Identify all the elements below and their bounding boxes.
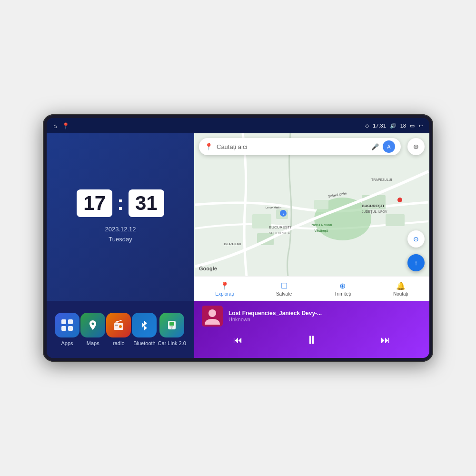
map-search-text: Căutați aici	[217, 143, 367, 150]
svg-text:BUCUREȘTI: BUCUREȘTI	[269, 225, 291, 229]
clock-minutes: 31	[135, 193, 158, 213]
signal-strength: 18	[400, 123, 406, 129]
svg-rect-10	[170, 327, 173, 327]
music-artist: Unknown	[228, 317, 422, 322]
share-label: Trimiteți	[334, 291, 351, 297]
app-item-radio[interactable]: FM radio	[106, 313, 131, 346]
carlink-icon	[159, 313, 184, 337]
svg-rect-2	[61, 326, 66, 331]
music-text: Lost Frequencies_Janieck Devy-... Unknow…	[228, 310, 422, 322]
back-button[interactable]: ↩	[418, 123, 423, 129]
carlink-label: Car Link 2.0	[158, 340, 186, 346]
svg-text:BERCENI: BERCENI	[224, 242, 241, 246]
svg-rect-9	[169, 322, 174, 326]
app-item-carlink[interactable]: Car Link 2.0	[158, 313, 186, 346]
clock-date: 2023.12.12 Tuesday	[105, 225, 136, 245]
status-right: ◇ 17:31 🔊 18 ▭ ↩	[365, 123, 423, 129]
bluetooth-icon	[132, 313, 157, 337]
svg-rect-14	[252, 214, 271, 228]
radio-icon: FM	[106, 313, 131, 337]
news-label: Noutăți	[393, 291, 408, 297]
clock-display: 17 : 31	[77, 189, 164, 217]
clock-hours: 17	[83, 193, 106, 213]
radio-label: radio	[113, 340, 124, 346]
svg-point-11	[171, 328, 172, 329]
map-nav-explore[interactable]: 📍 Explorați	[210, 279, 238, 298]
clock-widget: 17 : 31 2023.12.12 Tuesday	[47, 133, 194, 301]
main-area: 17 : 31 2023.12.12 Tuesday	[47, 133, 429, 358]
bluetooth-label: Bluetooth	[133, 340, 155, 346]
apps-icon	[55, 313, 79, 337]
status-bar: ⌂ 📍 ◇ 17:31 🔊 18 ▭ ↩	[47, 118, 429, 133]
svg-point-31	[397, 198, 402, 202]
svg-text:JUDEȚUL ILFOV: JUDEȚUL ILFOV	[362, 210, 387, 214]
left-panel: 17 : 31 2023.12.12 Tuesday	[47, 133, 194, 358]
svg-text:SECTORUL 4: SECTORUL 4	[269, 231, 290, 235]
signal-icon: ◇	[365, 123, 369, 129]
music-play-pause-button[interactable]: ⏸	[300, 331, 323, 348]
map-location-button[interactable]: ⊙	[407, 230, 425, 248]
app-dock: Apps Maps	[47, 301, 194, 358]
apps-label: Apps	[61, 340, 73, 346]
volume-icon: 🔊	[390, 123, 397, 129]
svg-rect-6	[115, 325, 118, 326]
map-bottom-nav: 📍 Explorați ☐ Salvate ⊕ Trimiteți 🔔 Nout…	[194, 276, 429, 301]
maps-label: Maps	[87, 340, 99, 346]
time-display: 17:31	[373, 123, 386, 129]
svg-point-34	[208, 309, 216, 317]
battery-icon: ▭	[410, 123, 415, 129]
music-prev-button[interactable]: ⏮	[228, 333, 248, 347]
clock-day: Tuesday	[105, 235, 136, 245]
saved-label: Salvate	[276, 291, 292, 297]
explore-label: Explorați	[215, 291, 234, 297]
svg-text:Parcul Natural: Parcul Natural	[311, 223, 332, 227]
app-item-apps[interactable]: Apps	[55, 313, 79, 346]
svg-rect-3	[68, 326, 73, 331]
map-area[interactable]: BUCUREȘTI SECTORUL 4 BUCUREȘTI JUDEȚUL I…	[194, 133, 429, 276]
car-display-device: ⌂ 📍 ◇ 17:31 🔊 18 ▭ ↩ 17	[43, 114, 433, 362]
map-search-bar[interactable]: 📍 Căutați aici 🎤 A	[199, 138, 401, 155]
music-album-image	[202, 306, 223, 327]
user-avatar[interactable]: A	[383, 140, 395, 153]
svg-text:FM: FM	[115, 320, 118, 323]
svg-rect-0	[61, 319, 66, 324]
svg-rect-17	[314, 200, 328, 209]
maps-icon	[80, 313, 105, 337]
clock-separator: :	[117, 193, 124, 213]
map-nav-share[interactable]: ⊕ Trimiteți	[329, 279, 356, 298]
google-logo: Google	[199, 266, 217, 271]
svg-text:●: ●	[282, 212, 284, 215]
clock-minutes-block: 31	[129, 189, 164, 217]
music-album-art	[202, 306, 223, 327]
music-title: Lost Frequencies_Janieck Devy-...	[228, 310, 422, 317]
right-panel: BUCUREȘTI SECTORUL 4 BUCUREȘTI JUDEȚUL I…	[194, 133, 429, 358]
svg-rect-19	[386, 214, 405, 226]
music-info: Lost Frequencies_Janieck Devy-... Unknow…	[202, 306, 422, 327]
svg-text:Leroy Merlin: Leroy Merlin	[266, 206, 281, 209]
map-nav-saved[interactable]: ☐ Salvate	[271, 279, 297, 298]
mic-icon[interactable]: 🎤	[371, 143, 379, 150]
svg-text:BUCUREȘTI: BUCUREȘTI	[362, 204, 384, 208]
explore-icon: 📍	[220, 281, 229, 290]
app-item-bluetooth[interactable]: Bluetooth	[132, 313, 157, 346]
google-maps-logo-icon: 📍	[205, 143, 213, 150]
news-icon: 🔔	[396, 281, 406, 290]
map-layer-button[interactable]: ⊕	[407, 138, 425, 155]
svg-text:TRAPEZULUI: TRAPEZULUI	[371, 178, 392, 181]
map-nav-news[interactable]: 🔔 Noutăți	[388, 279, 413, 298]
app-item-maps[interactable]: Maps	[80, 313, 105, 346]
clock-date-value: 2023.12.12	[105, 225, 136, 235]
svg-text:Văcărești: Văcărești	[314, 229, 328, 233]
music-controls: ⏮ ⏸ ⏭	[202, 331, 422, 348]
svg-point-5	[119, 325, 122, 328]
music-next-button[interactable]: ⏭	[375, 333, 396, 347]
clock-hours-block: 17	[77, 189, 112, 217]
map-pin-icon[interactable]: 📍	[62, 122, 69, 129]
device-screen: ⌂ 📍 ◇ 17:31 🔊 18 ▭ ↩ 17	[47, 118, 429, 358]
home-icon[interactable]: ⌂	[53, 122, 57, 129]
map-compass-button[interactable]: ↑	[407, 254, 425, 271]
share-icon: ⊕	[339, 281, 346, 290]
status-left: ⌂ 📍	[53, 122, 69, 129]
music-player: Lost Frequencies_Janieck Devy-... Unknow…	[194, 301, 429, 358]
saved-icon: ☐	[281, 281, 288, 290]
